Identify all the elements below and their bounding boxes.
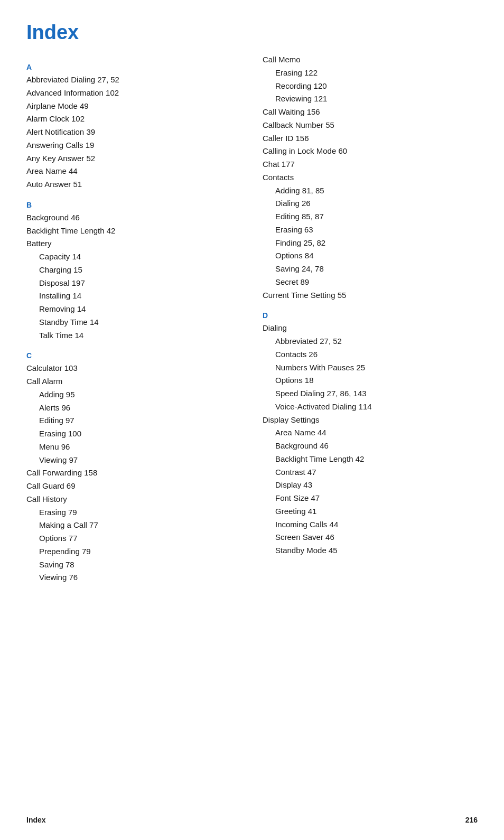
index-entry: Screen Saver 46 — [263, 531, 478, 544]
index-entry: Call Guard 69 — [26, 480, 241, 493]
index-entry: Viewing 97 — [26, 454, 241, 467]
index-entry: Advanced Information 102 — [26, 87, 241, 100]
page-content: Index AAbbreviated Dialing 27, 52Advance… — [0, 0, 504, 616]
index-entry: Saving 24, 78 — [263, 263, 478, 276]
index-entry: Backlight Time Length 42 — [26, 225, 241, 238]
index-entry: Chat 177 — [263, 158, 478, 171]
index-entry: Options 84 — [263, 249, 478, 263]
index-entry: Call Waiting 156 — [263, 106, 478, 119]
index-entry: Incoming Calls 44 — [263, 518, 478, 531]
index-entry: Making a Call 77 — [26, 519, 241, 532]
index-entry: Standby Time 14 — [26, 316, 241, 329]
index-entry: Removing 14 — [26, 303, 241, 316]
right-column: Call MemoErasing 122Recording 120Reviewi… — [263, 53, 478, 584]
index-entry: Area Name 44 — [263, 426, 478, 440]
index-entry: Calculator 103 — [26, 362, 241, 375]
index-columns: AAbbreviated Dialing 27, 52Advanced Info… — [26, 53, 478, 584]
index-entry: Contacts — [263, 171, 478, 184]
index-entry: Area Name 44 — [26, 165, 241, 178]
index-entry: Recording 120 — [263, 80, 478, 93]
index-entry: Talk Time 14 — [26, 329, 241, 342]
index-entry: Erasing 122 — [263, 67, 478, 80]
index-entry: Disposal 197 — [26, 277, 241, 290]
index-entry: Alert Notification 39 — [26, 126, 241, 139]
index-entry: Callback Number 55 — [263, 119, 478, 132]
index-entry: Adding 95 — [26, 388, 241, 402]
index-entry: Contacts 26 — [263, 348, 478, 361]
index-entry: Abbreviated Dialing 27, 52 — [26, 73, 241, 87]
index-entry: Current Time Setting 55 — [263, 289, 478, 302]
index-entry: Background 46 — [263, 440, 478, 453]
index-entry: Reviewing 121 — [263, 92, 478, 106]
index-entry: Viewing 76 — [26, 571, 241, 584]
page-title: Index — [26, 21, 478, 44]
index-entry: Call History — [26, 493, 241, 506]
section-letter-d: D — [263, 311, 478, 320]
index-entry: Backlight Time Length 42 — [263, 453, 478, 466]
index-entry: Standby Mode 45 — [263, 544, 478, 557]
index-entry: Dialing — [263, 322, 478, 335]
index-entry: Charging 15 — [26, 264, 241, 277]
index-entry: Display Settings — [263, 414, 478, 427]
index-entry: Saving 78 — [26, 558, 241, 572]
section-letter-b: B — [26, 201, 241, 209]
index-entry: Abbreviated 27, 52 — [263, 335, 478, 348]
section-letter-c: C — [26, 351, 241, 360]
index-entry: Voice-Activated Dialing 114 — [263, 400, 478, 414]
index-entry: Numbers With Pauses 25 — [263, 361, 478, 375]
index-entry: Erasing 100 — [26, 427, 241, 441]
page-footer: Index 216 — [26, 816, 478, 824]
index-entry: Dialing 26 — [263, 197, 478, 210]
index-entry: Adding 81, 85 — [263, 184, 478, 198]
section-letter-a: A — [26, 63, 241, 71]
index-entry: Speed Dialing 27, 86, 143 — [263, 387, 478, 400]
index-entry: Call Alarm — [26, 375, 241, 388]
footer-left: Index — [26, 816, 46, 824]
index-entry: Caller ID 156 — [263, 132, 478, 145]
index-entry: Editing 85, 87 — [263, 210, 478, 223]
index-entry: Secret 89 — [263, 276, 478, 289]
index-entry: Display 43 — [263, 479, 478, 492]
index-entry: Erasing 63 — [263, 223, 478, 237]
index-entry: Auto Answer 51 — [26, 178, 241, 191]
index-entry: Answering Calls 19 — [26, 139, 241, 152]
index-entry: Call Memo — [263, 53, 478, 67]
index-entry: Font Size 47 — [263, 492, 478, 505]
index-entry: Editing 97 — [26, 414, 241, 427]
index-entry: Options 18 — [263, 374, 478, 387]
index-entry: Menu 96 — [26, 441, 241, 454]
index-entry: Capacity 14 — [26, 250, 241, 264]
index-entry: Options 77 — [26, 532, 241, 545]
index-entry: Erasing 79 — [26, 506, 241, 519]
left-column: AAbbreviated Dialing 27, 52Advanced Info… — [26, 53, 241, 584]
index-entry: Finding 25, 82 — [263, 237, 478, 250]
index-entry: Airplane Mode 49 — [26, 100, 241, 113]
index-entry: Any Key Answer 52 — [26, 152, 241, 165]
footer-right: 216 — [465, 816, 478, 824]
index-entry: Battery — [26, 237, 241, 250]
index-entry: Prepending 79 — [26, 545, 241, 558]
index-entry: Calling in Lock Mode 60 — [263, 145, 478, 158]
index-entry: Alerts 96 — [26, 402, 241, 415]
index-entry: Installing 14 — [26, 290, 241, 303]
index-entry: Call Forwarding 158 — [26, 466, 241, 480]
index-entry: Background 46 — [26, 211, 241, 225]
index-entry: Greeting 41 — [263, 505, 478, 518]
index-entry: Alarm Clock 102 — [26, 113, 241, 126]
index-entry: Contrast 47 — [263, 466, 478, 479]
